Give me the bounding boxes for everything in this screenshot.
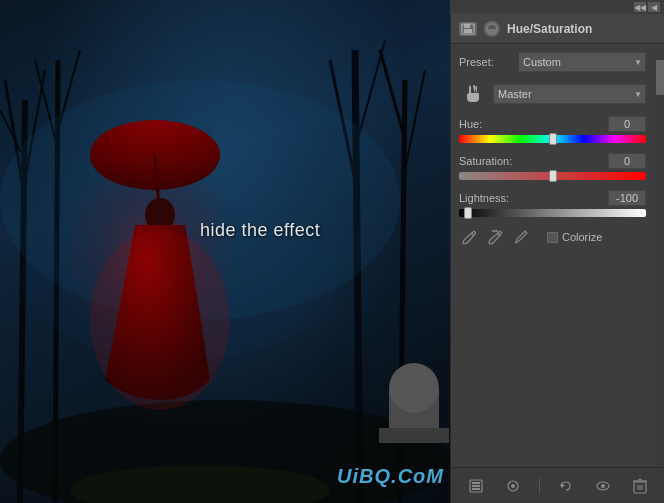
panel-collapse-bar: ◀◀ ◀ (450, 0, 664, 14)
subtract-brush-icon[interactable] (485, 227, 505, 247)
colorize-label[interactable]: Colorize (547, 231, 602, 243)
hand-tool[interactable] (459, 80, 487, 108)
svg-rect-27 (464, 24, 470, 28)
panel-title: Hue/Saturation (507, 22, 592, 36)
hue-slider-row: Hue: (459, 116, 646, 143)
lightness-thumb[interactable] (464, 207, 472, 219)
saturation-label: Saturation: (459, 155, 512, 167)
saturation-track[interactable] (459, 172, 646, 180)
colorize-text: Colorize (562, 231, 602, 243)
svg-rect-34 (472, 482, 480, 484)
colorize-row: Colorize (547, 231, 602, 243)
hue-value-input[interactable] (608, 116, 646, 132)
watermark: UiBQ.CoM (337, 465, 444, 488)
panel-scrollbar[interactable] (656, 58, 664, 467)
properties-panel: Hue/Saturation Preset: Custom ▼ (450, 14, 664, 503)
visibility-btn[interactable] (592, 475, 614, 497)
overlay-text: hide the effect (200, 220, 320, 241)
preset-label: Preset: (459, 56, 514, 68)
toolbar-divider (539, 478, 540, 494)
svg-point-41 (601, 484, 605, 488)
lightness-slider-row: Lightness: (459, 190, 646, 217)
delete-btn[interactable] (629, 475, 651, 497)
hue-track[interactable] (459, 135, 646, 143)
saturation-slider-row: Saturation: (459, 153, 646, 180)
panel-header: Hue/Saturation (451, 14, 664, 44)
master-select[interactable]: Master (493, 84, 646, 104)
panel-scrollbar-thumb[interactable] (656, 60, 664, 95)
preset-select-wrapper[interactable]: Custom ▼ (518, 52, 646, 72)
panel-collapse-btn-1[interactable]: ◀◀ (634, 2, 646, 12)
svg-rect-28 (464, 29, 472, 33)
preset-row: Preset: Custom ▼ (459, 52, 646, 72)
panel-adjustment-icon (483, 20, 501, 38)
panel-content: Preset: Custom ▼ (451, 44, 664, 467)
preset-select[interactable]: Custom (518, 52, 646, 72)
panel-save-icon (459, 22, 477, 36)
undo-btn[interactable] (555, 475, 577, 497)
lightness-track[interactable] (459, 209, 646, 217)
link-mask-btn[interactable] (502, 475, 524, 497)
svg-rect-36 (472, 488, 480, 490)
master-select-wrapper[interactable]: Master ▼ (493, 84, 646, 104)
svg-line-31 (497, 233, 500, 236)
lightness-value-input[interactable] (608, 190, 646, 206)
panel-toolbar (451, 467, 664, 503)
paint-brush-icon[interactable] (511, 227, 531, 247)
colorize-checkbox[interactable] (547, 232, 558, 243)
hue-label: Hue: (459, 118, 482, 130)
layer-comp-btn[interactable] (465, 475, 487, 497)
brush-icons-row: Colorize (459, 227, 646, 247)
saturation-value-input[interactable] (608, 153, 646, 169)
svg-line-30 (471, 233, 474, 236)
canvas-background (0, 0, 450, 503)
master-row: Master ▼ (459, 80, 646, 108)
svg-rect-35 (472, 485, 480, 487)
svg-marker-39 (561, 483, 565, 488)
svg-point-38 (511, 484, 515, 488)
add-brush-icon[interactable] (459, 227, 479, 247)
saturation-thumb[interactable] (549, 170, 557, 182)
hue-thumb[interactable] (549, 133, 557, 145)
lightness-label: Lightness: (459, 192, 509, 204)
panel-collapse-btn-2[interactable]: ◀ (648, 2, 660, 12)
